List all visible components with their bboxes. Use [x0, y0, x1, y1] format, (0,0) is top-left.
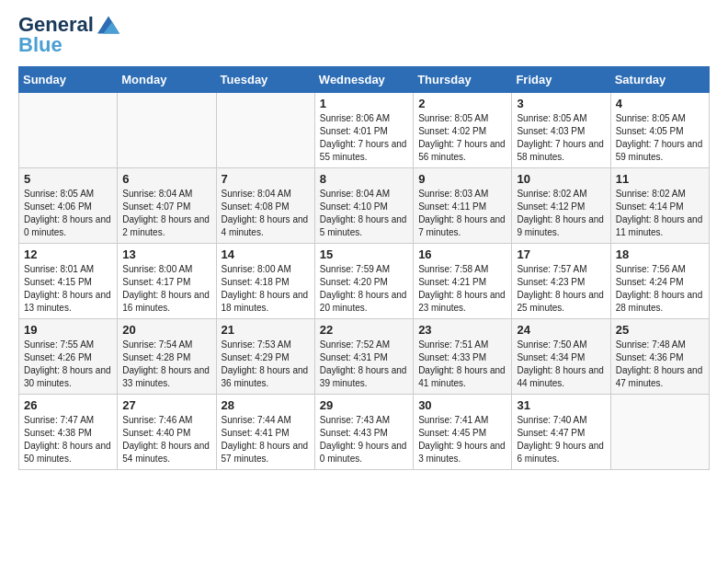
- cell-content: Sunrise: 8:01 AMSunset: 4:15 PMDaylight:…: [24, 263, 112, 315]
- day-number: 23: [418, 323, 506, 337]
- calendar-cell: 21Sunrise: 7:53 AMSunset: 4:29 PMDayligh…: [216, 319, 314, 395]
- day-number: 1: [320, 97, 408, 110]
- page: General Blue SundayMondayTuesdayWednesda…: [0, 0, 728, 485]
- calendar-cell: 26Sunrise: 7:47 AMSunset: 4:38 PMDayligh…: [19, 395, 118, 470]
- calendar-cell: [19, 93, 118, 168]
- cell-content: Sunrise: 8:06 AMSunset: 4:01 PMDaylight:…: [320, 112, 408, 164]
- cell-content: Sunrise: 7:44 AMSunset: 4:41 PMDaylight:…: [222, 414, 310, 465]
- weekday-header: Sunday: [19, 67, 118, 93]
- cell-content: Sunrise: 7:56 AMSunset: 4:24 PMDaylight:…: [616, 263, 704, 315]
- cell-content: Sunrise: 8:04 AMSunset: 4:07 PMDaylight:…: [122, 188, 210, 239]
- cell-content: Sunrise: 8:05 AMSunset: 4:03 PMDaylight:…: [517, 112, 605, 164]
- day-number: 24: [517, 323, 605, 337]
- day-number: 13: [122, 247, 210, 261]
- header: General Blue: [18, 15, 710, 55]
- calendar-cell: 28Sunrise: 7:44 AMSunset: 4:41 PMDayligh…: [216, 395, 314, 470]
- weekday-header: Monday: [118, 67, 216, 93]
- cell-content: Sunrise: 8:02 AMSunset: 4:12 PMDaylight:…: [517, 188, 605, 239]
- cell-content: Sunrise: 7:55 AMSunset: 4:26 PMDaylight:…: [24, 339, 112, 390]
- day-number: 19: [24, 323, 112, 337]
- calendar-cell: 25Sunrise: 7:48 AMSunset: 4:36 PMDayligh…: [610, 319, 709, 395]
- calendar-week-row: 12Sunrise: 8:01 AMSunset: 4:15 PMDayligh…: [19, 244, 710, 319]
- cell-content: Sunrise: 7:41 AMSunset: 4:45 PMDaylight:…: [418, 414, 506, 465]
- calendar-cell: 3Sunrise: 8:05 AMSunset: 4:03 PMDaylight…: [512, 93, 610, 168]
- day-number: 16: [418, 247, 506, 261]
- calendar-cell: 19Sunrise: 7:55 AMSunset: 4:26 PMDayligh…: [19, 319, 118, 395]
- logo-icon: [97, 16, 119, 34]
- day-number: 8: [320, 172, 408, 186]
- day-number: 6: [122, 172, 210, 186]
- day-number: 4: [616, 97, 704, 110]
- cell-content: Sunrise: 7:46 AMSunset: 4:40 PMDaylight:…: [122, 414, 210, 465]
- day-number: 22: [320, 323, 408, 337]
- calendar-cell: 17Sunrise: 7:57 AMSunset: 4:23 PMDayligh…: [512, 244, 610, 319]
- logo: General Blue: [18, 15, 119, 55]
- calendar-cell: 14Sunrise: 8:00 AMSunset: 4:18 PMDayligh…: [216, 244, 314, 319]
- day-number: 26: [24, 398, 112, 412]
- calendar-cell: 23Sunrise: 7:51 AMSunset: 4:33 PMDayligh…: [414, 319, 512, 395]
- calendar-week-row: 19Sunrise: 7:55 AMSunset: 4:26 PMDayligh…: [19, 319, 710, 395]
- calendar-cell: 2Sunrise: 8:05 AMSunset: 4:02 PMDaylight…: [414, 93, 512, 168]
- day-number: 3: [517, 97, 605, 110]
- day-number: 15: [320, 247, 408, 261]
- calendar-cell: 7Sunrise: 8:04 AMSunset: 4:08 PMDaylight…: [216, 168, 314, 244]
- calendar-cell: [216, 93, 314, 168]
- calendar: SundayMondayTuesdayWednesdayThursdayFrid…: [18, 66, 710, 470]
- cell-content: Sunrise: 7:57 AMSunset: 4:23 PMDaylight:…: [517, 263, 605, 315]
- calendar-cell: 27Sunrise: 7:46 AMSunset: 4:40 PMDayligh…: [118, 395, 216, 470]
- cell-content: Sunrise: 7:51 AMSunset: 4:33 PMDaylight:…: [418, 339, 506, 390]
- cell-content: Sunrise: 8:02 AMSunset: 4:14 PMDaylight:…: [616, 188, 704, 239]
- cell-content: Sunrise: 8:05 AMSunset: 4:05 PMDaylight:…: [616, 112, 704, 164]
- calendar-cell: 1Sunrise: 8:06 AMSunset: 4:01 PMDaylight…: [314, 93, 413, 168]
- cell-content: Sunrise: 8:03 AMSunset: 4:11 PMDaylight:…: [418, 188, 506, 239]
- cell-content: Sunrise: 8:00 AMSunset: 4:18 PMDaylight:…: [222, 263, 310, 315]
- cell-content: Sunrise: 7:59 AMSunset: 4:20 PMDaylight:…: [320, 263, 408, 315]
- cell-content: Sunrise: 8:04 AMSunset: 4:08 PMDaylight:…: [222, 188, 310, 239]
- cell-content: Sunrise: 7:54 AMSunset: 4:28 PMDaylight:…: [122, 339, 210, 390]
- calendar-cell: 31Sunrise: 7:40 AMSunset: 4:47 PMDayligh…: [512, 395, 610, 470]
- cell-content: Sunrise: 8:00 AMSunset: 4:17 PMDaylight:…: [122, 263, 210, 315]
- weekday-header: Friday: [512, 67, 610, 93]
- cell-content: Sunrise: 8:05 AMSunset: 4:06 PMDaylight:…: [24, 188, 112, 239]
- logo-blue-text: Blue: [18, 33, 63, 56]
- day-number: 30: [418, 398, 506, 412]
- day-number: 31: [517, 398, 605, 412]
- calendar-cell: [118, 93, 216, 168]
- day-number: 29: [320, 398, 408, 412]
- calendar-cell: 5Sunrise: 8:05 AMSunset: 4:06 PMDaylight…: [19, 168, 118, 244]
- cell-content: Sunrise: 7:48 AMSunset: 4:36 PMDaylight:…: [616, 339, 704, 390]
- day-number: 5: [24, 172, 112, 186]
- day-number: 17: [517, 247, 605, 261]
- day-number: 18: [616, 247, 704, 261]
- day-number: 9: [418, 172, 506, 186]
- calendar-week-row: 1Sunrise: 8:06 AMSunset: 4:01 PMDaylight…: [19, 93, 710, 168]
- weekday-header-row: SundayMondayTuesdayWednesdayThursdayFrid…: [19, 67, 710, 93]
- calendar-week-row: 26Sunrise: 7:47 AMSunset: 4:38 PMDayligh…: [19, 395, 710, 470]
- calendar-cell: 6Sunrise: 8:04 AMSunset: 4:07 PMDaylight…: [118, 168, 216, 244]
- cell-content: Sunrise: 7:43 AMSunset: 4:43 PMDaylight:…: [320, 414, 408, 465]
- day-number: 2: [418, 97, 506, 110]
- cell-content: Sunrise: 7:53 AMSunset: 4:29 PMDaylight:…: [222, 339, 310, 390]
- cell-content: Sunrise: 8:04 AMSunset: 4:10 PMDaylight:…: [320, 188, 408, 239]
- cell-content: Sunrise: 7:52 AMSunset: 4:31 PMDaylight:…: [320, 339, 408, 390]
- calendar-cell: [610, 395, 709, 470]
- cell-content: Sunrise: 7:47 AMSunset: 4:38 PMDaylight:…: [24, 414, 112, 465]
- logo-text: General: [18, 15, 94, 35]
- calendar-cell: 29Sunrise: 7:43 AMSunset: 4:43 PMDayligh…: [314, 395, 413, 470]
- calendar-cell: 30Sunrise: 7:41 AMSunset: 4:45 PMDayligh…: [414, 395, 512, 470]
- day-number: 25: [616, 323, 704, 337]
- day-number: 12: [24, 247, 112, 261]
- cell-content: Sunrise: 8:05 AMSunset: 4:02 PMDaylight:…: [418, 112, 506, 164]
- cell-content: Sunrise: 7:58 AMSunset: 4:21 PMDaylight:…: [418, 263, 506, 315]
- calendar-cell: 9Sunrise: 8:03 AMSunset: 4:11 PMDaylight…: [414, 168, 512, 244]
- calendar-cell: 20Sunrise: 7:54 AMSunset: 4:28 PMDayligh…: [118, 319, 216, 395]
- day-number: 7: [222, 172, 310, 186]
- calendar-cell: 22Sunrise: 7:52 AMSunset: 4:31 PMDayligh…: [314, 319, 413, 395]
- day-number: 20: [122, 323, 210, 337]
- calendar-cell: 4Sunrise: 8:05 AMSunset: 4:05 PMDaylight…: [610, 93, 709, 168]
- calendar-cell: 12Sunrise: 8:01 AMSunset: 4:15 PMDayligh…: [19, 244, 118, 319]
- calendar-cell: 8Sunrise: 8:04 AMSunset: 4:10 PMDaylight…: [314, 168, 413, 244]
- day-number: 11: [616, 172, 704, 186]
- calendar-cell: 24Sunrise: 7:50 AMSunset: 4:34 PMDayligh…: [512, 319, 610, 395]
- day-number: 28: [222, 398, 310, 412]
